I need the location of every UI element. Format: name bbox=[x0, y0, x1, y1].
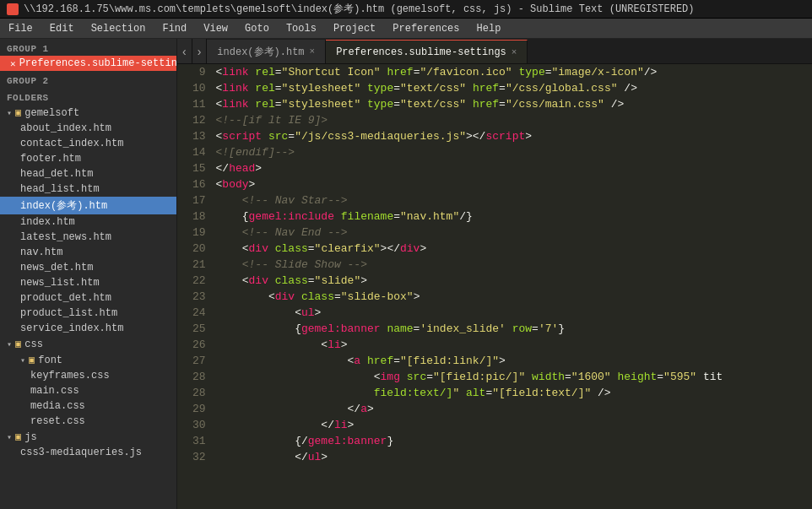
menu-edit[interactable]: Edit bbox=[41, 19, 83, 38]
main-layout: GROUP 1 ✕ Preferences.sublime-settings G… bbox=[0, 39, 812, 509]
table-row: 14<![endif]--> bbox=[177, 144, 812, 160]
line-code: <script src="/js/css3-mediaqueries.js"><… bbox=[216, 128, 812, 144]
folder-css-icon: ▣ bbox=[15, 338, 21, 350]
line-code: </ul> bbox=[216, 449, 812, 465]
table-row: 10<link rel="stylesheet" type="text/css"… bbox=[177, 80, 812, 96]
table-row: 16<body> bbox=[177, 176, 812, 192]
folder-arrow-icon: ▾ bbox=[7, 108, 12, 118]
table-row: 28 <img src="[field:pic/]" width="1600" … bbox=[177, 369, 812, 385]
tab-index[interactable]: index(参考).htm × bbox=[207, 40, 326, 63]
sidebar-active-file[interactable]: ✕ Preferences.sublime-settings bbox=[0, 56, 176, 71]
file-service[interactable]: service_index.htm bbox=[0, 321, 176, 336]
line-number: 18 bbox=[177, 208, 216, 225]
file-media-css[interactable]: media.css bbox=[0, 398, 176, 414]
line-code: </a> bbox=[216, 401, 812, 417]
tabs-bar: ‹ › index(参考).htm × Preferences.sublime-… bbox=[177, 39, 812, 64]
line-number: 16 bbox=[177, 176, 216, 192]
line-number: 9 bbox=[177, 64, 216, 80]
folder-css[interactable]: ▾ ▣ css bbox=[0, 336, 176, 352]
folder-js-name: js bbox=[24, 431, 36, 443]
group1-label: GROUP 1 bbox=[0, 39, 176, 56]
file-about[interactable]: about_index.htm bbox=[0, 121, 176, 136]
menu-view[interactable]: View bbox=[195, 19, 236, 38]
code-table: 9<link rel="Shortcut Icon" href="/favico… bbox=[177, 64, 812, 465]
file-news-list[interactable]: news_list.htm bbox=[0, 275, 176, 290]
line-code: <link rel="stylesheet" type="text/css" h… bbox=[216, 80, 812, 96]
line-number: 21 bbox=[177, 257, 216, 273]
folder-icon: ▣ bbox=[15, 106, 21, 119]
line-number: 22 bbox=[177, 273, 216, 289]
table-row: 13<script src="/js/css3-mediaqueries.js"… bbox=[177, 128, 812, 144]
menu-selection[interactable]: Selection bbox=[83, 19, 154, 38]
line-number: 23 bbox=[177, 289, 216, 305]
line-code: <body> bbox=[216, 176, 812, 192]
line-number: 17 bbox=[177, 192, 216, 208]
table-row: 18 {gemel:include filename="nav.htm"/} bbox=[177, 208, 812, 225]
line-code: {gemel:banner name='index_slide' row='7'… bbox=[216, 321, 812, 337]
line-number: 24 bbox=[177, 305, 216, 321]
tab-index-close[interactable]: × bbox=[310, 46, 316, 57]
line-code: <a href="[field:link/]"> bbox=[216, 353, 812, 369]
line-code: <div class="slide"> bbox=[216, 273, 812, 289]
line-number: 12 bbox=[177, 112, 216, 128]
line-code: <link rel="Shortcut Icon" href="/favicon… bbox=[216, 64, 812, 80]
line-number: 11 bbox=[177, 96, 216, 112]
menu-file[interactable]: File bbox=[0, 19, 41, 38]
title-bar: \\192.168.1.75\www.ms.com\templets\gemel… bbox=[0, 0, 812, 19]
file-latest-news[interactable]: latest_news.htm bbox=[0, 230, 176, 245]
code-editor[interactable]: 9<link rel="Shortcut Icon" href="/favico… bbox=[177, 64, 812, 509]
folder-js-arrow: ▾ bbox=[7, 432, 12, 442]
menu-goto[interactable]: Goto bbox=[236, 19, 278, 38]
file-head-det[interactable]: head_det.htm bbox=[0, 166, 176, 181]
table-row: 22 <div class="slide"> bbox=[177, 273, 812, 289]
menu-help[interactable]: Help bbox=[468, 19, 510, 38]
table-row: 17 <!-- Nav Star--> bbox=[177, 192, 812, 208]
menu-find[interactable]: Find bbox=[154, 19, 195, 38]
tab-index-label: index(参考).htm bbox=[217, 45, 304, 59]
table-row: 15</head> bbox=[177, 160, 812, 176]
line-code: <![endif]--> bbox=[216, 144, 812, 160]
tab-nav-left[interactable]: ‹ bbox=[177, 39, 192, 63]
file-head-list[interactable]: head_list.htm bbox=[0, 181, 176, 197]
tab-preferences-close[interactable]: × bbox=[512, 47, 517, 57]
line-code: <img src="[field:pic/]" width="1600" hei… bbox=[216, 369, 812, 385]
folder-js-icon: ▣ bbox=[15, 430, 21, 443]
tab-preferences[interactable]: Preferences.sublime-settings × bbox=[326, 40, 528, 63]
line-code: field:text/]" alt="[field:text/]" /> bbox=[216, 385, 812, 401]
file-main-css[interactable]: main.css bbox=[0, 383, 176, 398]
file-css3-mediaqueries[interactable]: css3-mediaqueries.js bbox=[0, 445, 176, 460]
file-index-ref[interactable]: index(参考).htm bbox=[0, 197, 176, 214]
file-index[interactable]: index.htm bbox=[0, 214, 176, 230]
table-row: 32 </ul> bbox=[177, 449, 812, 465]
folder-js[interactable]: ▾ ▣ js bbox=[0, 429, 176, 445]
file-news-det[interactable]: news_det.htm bbox=[0, 260, 176, 275]
line-number: 29 bbox=[177, 401, 216, 417]
folder-gemelsoft[interactable]: ▾ ▣ gemelsoft bbox=[0, 105, 176, 121]
folder-css-name: css bbox=[24, 338, 43, 350]
tab-nav-right[interactable]: › bbox=[192, 39, 208, 63]
menu-project[interactable]: Project bbox=[325, 19, 384, 38]
file-product-list[interactable]: product_list.htm bbox=[0, 306, 176, 321]
line-code: <ul> bbox=[216, 305, 812, 321]
line-number: 30 bbox=[177, 417, 216, 433]
menu-bar: File Edit Selection Find View Goto Tools… bbox=[0, 19, 812, 39]
file-nav[interactable]: nav.htm bbox=[0, 245, 176, 260]
line-number: 28 bbox=[177, 385, 216, 401]
menu-tools[interactable]: Tools bbox=[278, 19, 325, 38]
line-code: <!-- Nav End --> bbox=[216, 225, 812, 241]
close-icon[interactable]: ✕ bbox=[10, 58, 16, 69]
folder-font-name: font bbox=[38, 355, 62, 366]
line-number: 26 bbox=[177, 337, 216, 353]
file-reset-css[interactable]: reset.css bbox=[0, 414, 176, 429]
line-code: <!--[if lt IE 9]> bbox=[216, 112, 812, 128]
file-keyframes[interactable]: keyframes.css bbox=[0, 368, 176, 383]
folder-name: gemelsoft bbox=[24, 107, 79, 119]
menu-preferences[interactable]: Preferences bbox=[384, 19, 468, 38]
table-row: 23 <div class="slide-box"> bbox=[177, 289, 812, 305]
file-contact[interactable]: contact_index.htm bbox=[0, 136, 176, 151]
line-number: 20 bbox=[177, 241, 216, 257]
table-row: 24 <ul> bbox=[177, 305, 812, 321]
folder-font[interactable]: ▾ ▣ font bbox=[0, 352, 176, 368]
file-footer[interactable]: footer.htm bbox=[0, 151, 176, 166]
file-product-det[interactable]: product_det.htm bbox=[0, 290, 176, 306]
